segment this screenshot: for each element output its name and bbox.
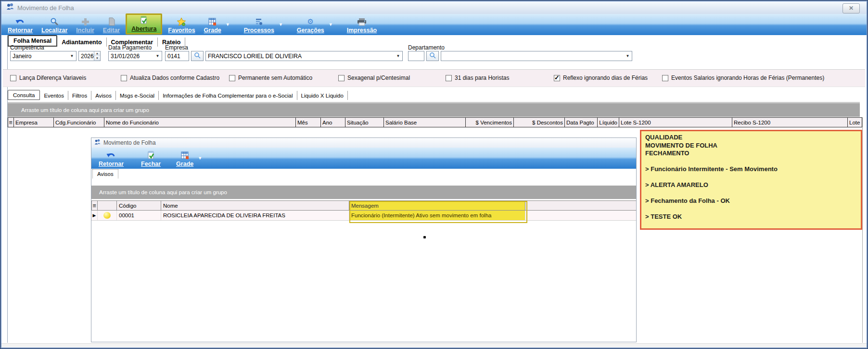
grid-icon — [181, 150, 189, 160]
dialog-grade-dropdown-icon[interactable]: ▼ — [198, 156, 202, 161]
spin-up-icon[interactable]: ▲ — [94, 51, 100, 56]
dialog-tab-avisos[interactable]: Avisos — [92, 169, 118, 179]
departamento-search-button[interactable] — [426, 51, 439, 61]
col-cdg-funcionario[interactable]: Cdg.Funcionário — [54, 117, 104, 127]
competencia-select[interactable]: Janeiro ▼ — [10, 51, 77, 61]
chevron-down-icon[interactable]: ▼ — [68, 54, 76, 58]
competencia-value: Janeiro — [13, 53, 31, 60]
tab-consulta[interactable]: Consulta — [8, 90, 40, 100]
nome-cell: ROSICLEIA APARECIDA DE OLIVEIRA FREITAS — [161, 211, 349, 220]
retornar-button[interactable]: Retornar — [3, 16, 37, 35]
checkbox[interactable] — [662, 75, 668, 81]
col-ano[interactable]: Ano — [321, 117, 345, 127]
impressao-button[interactable]: Impressão — [343, 16, 382, 35]
col-situacao[interactable]: Situação — [345, 117, 384, 127]
geracoes-dropdown-icon[interactable]: ▼ — [329, 22, 333, 27]
chevron-down-icon[interactable]: ▼ — [624, 54, 632, 58]
dialog-tab-row: Avisos — [91, 169, 636, 179]
note-line — [645, 189, 857, 198]
col-liquido[interactable]: Líquido — [598, 117, 619, 127]
screen: Movimento de Folha ✕ Retornar Localizar … — [0, 0, 868, 349]
checkbox[interactable] — [121, 75, 127, 81]
tab-filtros[interactable]: Filtros — [68, 91, 91, 100]
tab-liquido-x-liquido[interactable]: Liquido X Liquido — [297, 91, 348, 100]
tab-informacoes-esocial[interactable]: Informações de Folha Complementar para o… — [159, 91, 297, 100]
options-strip: Lança Diferença Variaveis Atualiza Dados… — [3, 69, 865, 87]
note-line: > TESTE OK — [645, 213, 857, 221]
row-selector-icon: ≣ — [91, 200, 98, 211]
abertura-button[interactable]: Abertura — [126, 13, 162, 35]
col-vencimentos[interactable]: $ Vencimentos — [466, 117, 514, 127]
col-nome[interactable]: Nome — [161, 200, 349, 211]
col-lote-s1200[interactable]: Lote S-1200 — [619, 117, 732, 127]
dialog-grade-button[interactable]: Grade — [172, 150, 198, 168]
page-check-icon — [140, 15, 148, 25]
departamento-select[interactable]: ▼ — [441, 51, 632, 61]
option-sexagenal[interactable]: Sexagenal p/Centesimal — [338, 75, 410, 81]
checkbox[interactable] — [338, 75, 345, 81]
favoritos-button[interactable]: Favoritos — [164, 16, 199, 35]
group-by-bar[interactable]: Arraste um título de coluna aqui para cr… — [8, 102, 860, 117]
dialog-retornar-button[interactable]: Retornar — [94, 150, 128, 168]
ano-stepper[interactable]: 2026 ▲▼ — [78, 51, 101, 61]
processos-dropdown-icon[interactable]: ▼ — [279, 22, 283, 27]
col-descontos[interactable]: $ Descontos — [514, 117, 565, 127]
mensagem-cell: Funcionário (Intermitente) Ativo sem mov… — [349, 211, 525, 220]
col-lote[interactable]: Lote — [848, 117, 862, 127]
close-button[interactable]: ✕ — [842, 3, 860, 13]
col-recibo-s1200[interactable]: Recibo S-1200 — [732, 117, 848, 127]
departamento-code-field[interactable] — [408, 51, 424, 61]
empresa-code-field[interactable]: 0141 — [165, 51, 189, 61]
grade-button[interactable]: Grade — [200, 16, 226, 35]
option-atualiza-dados[interactable]: Atualiza Dados conforme Cadastro — [121, 75, 219, 81]
app-icon — [94, 139, 101, 147]
undo-icon — [106, 150, 116, 160]
main-toolbar: Retornar Localizar Incluir Editar Abertu… — [1, 14, 867, 35]
tab-msgs-esocial[interactable]: Msgs e-Social — [116, 91, 159, 100]
option-reflexo-ferias[interactable]: Reflexo ignorando dias de Férias — [554, 75, 648, 81]
option-permanente[interactable]: Permanente sem Automático — [229, 75, 312, 81]
checkbox[interactable] — [229, 75, 235, 81]
data-pagamento-value: 31/01/2026 — [111, 53, 140, 60]
col-empresa[interactable]: Empresa — [14, 117, 54, 127]
window-title: Movimento de Folha — [17, 4, 74, 12]
col-mensagem[interactable]: Mensagem — [349, 200, 525, 211]
chevron-down-icon[interactable]: ▼ — [153, 54, 162, 58]
app-icon — [6, 3, 14, 12]
processos-button[interactable]: Processos — [240, 16, 279, 35]
empresa-select[interactable]: FRANCISCO LORIEL DE OLIVEIRA ▼ — [205, 51, 403, 61]
checkbox[interactable] — [554, 75, 560, 81]
row-indicator: ▶ — [91, 211, 98, 220]
tab-eventos[interactable]: Eventos — [40, 91, 68, 100]
col-status[interactable] — [98, 200, 117, 211]
checkbox[interactable] — [10, 75, 16, 81]
geracoes-button[interactable]: ⚙ Gerações — [293, 16, 329, 35]
competencia-label: Competência — [10, 44, 44, 51]
option-31-dias[interactable]: 31 dias para Horistas — [446, 75, 509, 81]
empresa-value: FRANCISCO LORIEL DE OLIVEIRA — [208, 53, 302, 60]
incluir-button: Incluir — [72, 16, 99, 35]
gear-icon: ⚙ — [307, 17, 314, 26]
dialog-group-by-bar[interactable]: Arraste um título de coluna aqui para cr… — [91, 186, 636, 199]
chevron-down-icon[interactable]: ▼ — [394, 54, 402, 58]
checkbox[interactable] — [446, 75, 452, 81]
tab-avisos[interactable]: Avisos — [91, 91, 116, 100]
grade-dropdown-icon[interactable]: ▼ — [226, 22, 230, 27]
dialog-toolbar: Retornar Fechar Grade ▼ — [91, 148, 636, 169]
window-bottom-strip — [1, 343, 867, 348]
col-nome[interactable]: Nome do Funcionário — [104, 117, 296, 127]
data-pagamento-select[interactable]: 31/01/2026 ▼ — [108, 51, 162, 61]
tab-adiantamento[interactable]: Adiantamento — [57, 37, 106, 47]
option-lanca-diferenca[interactable]: Lança Diferença Variaveis — [10, 75, 86, 81]
aviso-row[interactable]: ▶ 00001 ROSICLEIA APARECIDA DE OLIVEIRA … — [91, 211, 636, 221]
dialog-fechar-button[interactable]: Fechar — [137, 150, 165, 168]
option-eventos-salarios[interactable]: Eventos Salarios ignorando Horas de Féri… — [662, 75, 824, 81]
col-data-pagto[interactable]: Data Pagto — [565, 117, 598, 127]
spin-down-icon[interactable]: ▼ — [94, 56, 100, 61]
col-codigo[interactable]: Código — [117, 200, 161, 211]
col-salario-base[interactable]: Salário Base — [384, 117, 466, 127]
codigo-cell: 00001 — [117, 211, 161, 220]
empresa-search-button[interactable] — [191, 51, 204, 61]
localizar-button[interactable]: Localizar — [37, 16, 72, 35]
col-mes[interactable]: Mês — [296, 117, 321, 127]
